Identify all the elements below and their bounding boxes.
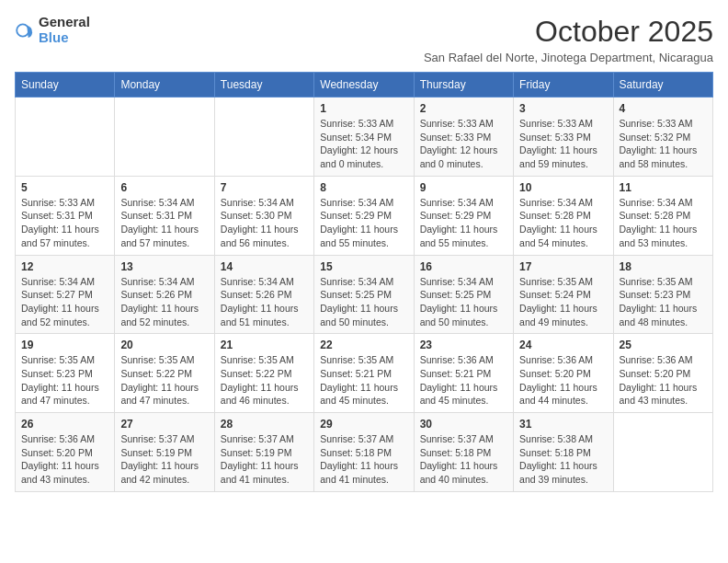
calendar-cell: 31Sunrise: 5:38 AM Sunset: 5:18 PM Dayli… bbox=[514, 413, 613, 492]
day-info: Sunrise: 5:34 AM Sunset: 5:25 PM Dayligh… bbox=[320, 275, 407, 329]
calendar-cell: 15Sunrise: 5:34 AM Sunset: 5:25 PM Dayli… bbox=[314, 255, 414, 334]
day-number: 22 bbox=[320, 339, 407, 351]
calendar-cell: 14Sunrise: 5:34 AM Sunset: 5:26 PM Dayli… bbox=[214, 255, 313, 334]
day-header-tuesday: Tuesday bbox=[214, 73, 313, 98]
day-number: 11 bbox=[620, 181, 707, 194]
calendar-cell: 19Sunrise: 5:35 AM Sunset: 5:23 PM Dayli… bbox=[16, 334, 115, 413]
day-number: 20 bbox=[120, 339, 208, 351]
calendar-cell: 12Sunrise: 5:34 AM Sunset: 5:27 PM Dayli… bbox=[16, 255, 115, 334]
location-subtitle: San Rafael del Norte, Jinotega Departmen… bbox=[424, 51, 713, 64]
calendar-cell: 28Sunrise: 5:37 AM Sunset: 5:19 PM Dayli… bbox=[214, 413, 313, 492]
calendar-cell: 17Sunrise: 5:35 AM Sunset: 5:24 PM Dayli… bbox=[514, 255, 613, 334]
day-info: Sunrise: 5:33 AM Sunset: 5:33 PM Dayligh… bbox=[519, 117, 607, 171]
day-number: 27 bbox=[120, 418, 208, 431]
logo-text: General Blue bbox=[39, 15, 90, 45]
day-header-monday: Monday bbox=[115, 73, 214, 98]
day-number: 2 bbox=[420, 102, 507, 115]
month-title: October 2025 bbox=[424, 15, 713, 49]
day-info: Sunrise: 5:35 AM Sunset: 5:21 PM Dayligh… bbox=[320, 353, 407, 408]
calendar-cell: 11Sunrise: 5:34 AM Sunset: 5:28 PM Dayli… bbox=[613, 176, 712, 255]
day-info: Sunrise: 5:34 AM Sunset: 5:28 PM Dayligh… bbox=[519, 196, 607, 250]
calendar-cell bbox=[613, 413, 712, 492]
day-info: Sunrise: 5:34 AM Sunset: 5:29 PM Dayligh… bbox=[320, 196, 407, 250]
title-block: October 2025 San Rafael del Norte, Jinot… bbox=[424, 15, 713, 64]
week-row-3: 12Sunrise: 5:34 AM Sunset: 5:27 PM Dayli… bbox=[16, 255, 713, 334]
day-number: 28 bbox=[221, 418, 308, 431]
calendar-cell: 8Sunrise: 5:34 AM Sunset: 5:29 PM Daylig… bbox=[314, 176, 414, 255]
day-number: 14 bbox=[221, 260, 308, 273]
day-number: 19 bbox=[21, 339, 108, 351]
day-info: Sunrise: 5:36 AM Sunset: 5:20 PM Dayligh… bbox=[21, 432, 108, 487]
calendar-cell: 10Sunrise: 5:34 AM Sunset: 5:28 PM Dayli… bbox=[514, 176, 613, 255]
week-row-4: 19Sunrise: 5:35 AM Sunset: 5:23 PM Dayli… bbox=[16, 334, 713, 413]
calendar-cell: 24Sunrise: 5:36 AM Sunset: 5:20 PM Dayli… bbox=[514, 334, 613, 413]
calendar-cell: 4Sunrise: 5:33 AM Sunset: 5:32 PM Daylig… bbox=[613, 98, 712, 177]
calendar-table: SundayMondayTuesdayWednesdayThursdayFrid… bbox=[15, 72, 713, 492]
calendar-cell: 16Sunrise: 5:34 AM Sunset: 5:25 PM Dayli… bbox=[414, 255, 513, 334]
day-number: 8 bbox=[320, 181, 407, 194]
calendar-cell: 23Sunrise: 5:36 AM Sunset: 5:21 PM Dayli… bbox=[414, 334, 513, 413]
day-number: 25 bbox=[620, 339, 707, 351]
calendar-cell: 26Sunrise: 5:36 AM Sunset: 5:20 PM Dayli… bbox=[16, 413, 115, 492]
day-info: Sunrise: 5:33 AM Sunset: 5:33 PM Dayligh… bbox=[420, 117, 507, 171]
calendar-cell: 30Sunrise: 5:37 AM Sunset: 5:18 PM Dayli… bbox=[414, 413, 513, 492]
day-info: Sunrise: 5:34 AM Sunset: 5:30 PM Dayligh… bbox=[221, 196, 308, 250]
calendar-cell: 13Sunrise: 5:34 AM Sunset: 5:26 PM Dayli… bbox=[115, 255, 214, 334]
day-number: 17 bbox=[519, 260, 607, 273]
calendar-cell: 1Sunrise: 5:33 AM Sunset: 5:34 PM Daylig… bbox=[314, 98, 414, 177]
logo: General Blue bbox=[15, 15, 90, 45]
calendar-cell: 9Sunrise: 5:34 AM Sunset: 5:29 PM Daylig… bbox=[414, 176, 513, 255]
header-row: SundayMondayTuesdayWednesdayThursdayFrid… bbox=[16, 73, 713, 98]
day-number: 18 bbox=[620, 260, 707, 273]
week-row-1: 1Sunrise: 5:33 AM Sunset: 5:34 PM Daylig… bbox=[16, 98, 713, 177]
day-number: 30 bbox=[420, 418, 507, 431]
day-info: Sunrise: 5:35 AM Sunset: 5:24 PM Dayligh… bbox=[519, 275, 607, 329]
day-number: 4 bbox=[620, 102, 707, 115]
day-info: Sunrise: 5:34 AM Sunset: 5:28 PM Dayligh… bbox=[620, 196, 707, 250]
week-row-5: 26Sunrise: 5:36 AM Sunset: 5:20 PM Dayli… bbox=[16, 413, 713, 492]
day-number: 23 bbox=[420, 339, 507, 351]
day-info: Sunrise: 5:37 AM Sunset: 5:18 PM Dayligh… bbox=[320, 432, 407, 487]
logo-text-blue: Blue bbox=[39, 30, 90, 46]
day-number: 5 bbox=[21, 181, 108, 194]
day-header-saturday: Saturday bbox=[613, 73, 712, 98]
day-number: 26 bbox=[21, 418, 108, 431]
logo-text-general: General bbox=[39, 15, 90, 30]
day-info: Sunrise: 5:34 AM Sunset: 5:29 PM Dayligh… bbox=[420, 196, 507, 250]
day-info: Sunrise: 5:35 AM Sunset: 5:22 PM Dayligh… bbox=[120, 353, 208, 408]
day-info: Sunrise: 5:37 AM Sunset: 5:19 PM Dayligh… bbox=[120, 432, 208, 487]
calendar-cell: 7Sunrise: 5:34 AM Sunset: 5:30 PM Daylig… bbox=[214, 176, 313, 255]
day-number: 9 bbox=[420, 181, 507, 194]
calendar-cell: 3Sunrise: 5:33 AM Sunset: 5:33 PM Daylig… bbox=[514, 98, 613, 177]
calendar-cell: 27Sunrise: 5:37 AM Sunset: 5:19 PM Dayli… bbox=[115, 413, 214, 492]
day-number: 31 bbox=[519, 418, 607, 431]
day-header-thursday: Thursday bbox=[414, 73, 513, 98]
day-number: 29 bbox=[320, 418, 407, 431]
day-number: 21 bbox=[221, 339, 308, 351]
day-info: Sunrise: 5:34 AM Sunset: 5:27 PM Dayligh… bbox=[21, 275, 108, 329]
calendar-cell: 21Sunrise: 5:35 AM Sunset: 5:22 PM Dayli… bbox=[214, 334, 313, 413]
calendar-cell: 22Sunrise: 5:35 AM Sunset: 5:21 PM Dayli… bbox=[314, 334, 414, 413]
calendar-cell: 29Sunrise: 5:37 AM Sunset: 5:18 PM Dayli… bbox=[314, 413, 414, 492]
day-info: Sunrise: 5:36 AM Sunset: 5:21 PM Dayligh… bbox=[420, 353, 507, 408]
day-info: Sunrise: 5:37 AM Sunset: 5:19 PM Dayligh… bbox=[221, 432, 308, 487]
day-number: 24 bbox=[519, 339, 607, 351]
day-info: Sunrise: 5:34 AM Sunset: 5:26 PM Dayligh… bbox=[221, 275, 308, 329]
calendar-cell: 5Sunrise: 5:33 AM Sunset: 5:31 PM Daylig… bbox=[16, 176, 115, 255]
calendar-cell bbox=[214, 98, 313, 177]
day-info: Sunrise: 5:34 AM Sunset: 5:31 PM Dayligh… bbox=[120, 196, 208, 250]
day-number: 7 bbox=[221, 181, 308, 194]
header-area: General Blue October 2025 San Rafael del… bbox=[15, 15, 713, 64]
calendar-cell: 25Sunrise: 5:36 AM Sunset: 5:20 PM Dayli… bbox=[613, 334, 712, 413]
calendar-cell: 2Sunrise: 5:33 AM Sunset: 5:33 PM Daylig… bbox=[414, 98, 513, 177]
calendar-cell: 18Sunrise: 5:35 AM Sunset: 5:23 PM Dayli… bbox=[613, 255, 712, 334]
day-info: Sunrise: 5:38 AM Sunset: 5:18 PM Dayligh… bbox=[519, 432, 607, 487]
day-number: 3 bbox=[519, 102, 607, 115]
day-info: Sunrise: 5:34 AM Sunset: 5:26 PM Dayligh… bbox=[120, 275, 208, 329]
calendar-cell bbox=[16, 98, 115, 177]
day-info: Sunrise: 5:35 AM Sunset: 5:23 PM Dayligh… bbox=[620, 275, 707, 329]
day-number: 16 bbox=[420, 260, 507, 273]
day-info: Sunrise: 5:35 AM Sunset: 5:22 PM Dayligh… bbox=[221, 353, 308, 408]
day-header-friday: Friday bbox=[514, 73, 613, 98]
day-info: Sunrise: 5:36 AM Sunset: 5:20 PM Dayligh… bbox=[620, 353, 707, 408]
